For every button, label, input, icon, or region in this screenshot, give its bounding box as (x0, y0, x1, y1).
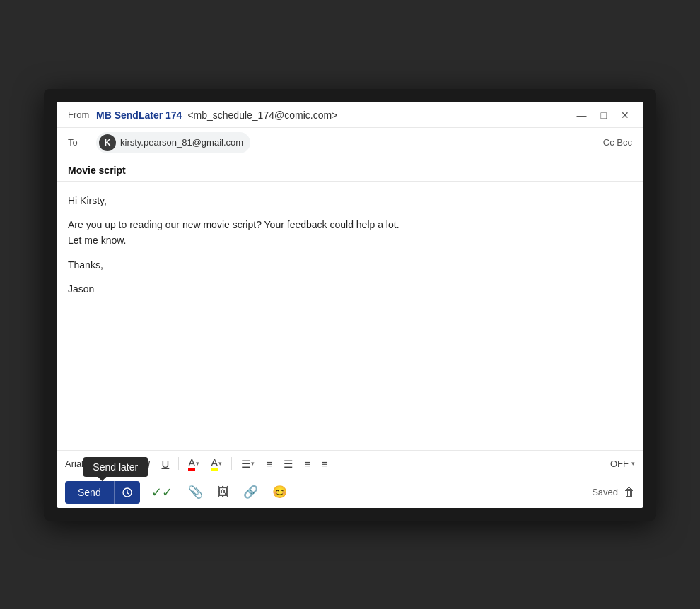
off-label: OFF (610, 459, 629, 469)
indent-increase-button[interactable]: ≡ (318, 456, 332, 471)
email-body[interactable]: Hi Kirsty, Are you up to reading our new… (57, 182, 643, 450)
align-button[interactable]: ☰ ▾ (238, 456, 258, 471)
recipient-chip[interactable]: K kirsty.pearson_81@gmail.com (96, 132, 250, 153)
recipient-avatar: K (99, 134, 116, 151)
off-arrow: ▾ (631, 460, 635, 467)
highlight-button[interactable]: A ▾ (207, 455, 226, 473)
send-later-tooltip: Send later (83, 457, 148, 477)
link-icon: 🔗 (243, 485, 258, 499)
indent-decrease-icon: ≡ (304, 459, 310, 469)
minimize-button[interactable]: — (574, 109, 590, 122)
ordered-list-icon: ≡ (266, 459, 272, 469)
action-toolbar: Send later Send ✓✓ 📎 (57, 477, 643, 508)
underline-button[interactable]: U (158, 456, 173, 471)
sender-email: <mb_schedule_174@comic.com> (187, 110, 337, 121)
to-row: To K kirsty.pearson_81@gmail.com Cc Bcc (57, 127, 643, 158)
align-arrow: ▾ (251, 461, 255, 467)
attachment-icon: 📎 (188, 485, 203, 499)
saved-label: Saved (592, 487, 618, 497)
to-label: To (68, 137, 91, 148)
font-color-arrow: ▾ (196, 461, 199, 467)
image-icon: 🖼 (217, 485, 229, 499)
emoji-button[interactable]: 😊 (268, 482, 291, 502)
from-row: From MB SendLater 174 <mb_schedule_174@c… (68, 110, 574, 121)
subject-text: Movie script (68, 165, 126, 176)
indent-increase-icon: ≡ (322, 459, 328, 469)
close-button[interactable]: ✕ (618, 109, 632, 122)
svg-line-2 (127, 492, 129, 493)
unordered-list-icon: ☰ (284, 459, 293, 469)
body-signature: Jason (68, 281, 632, 297)
subject-row: Movie script (57, 158, 643, 182)
toolbar-separator-3 (231, 457, 232, 470)
send-later-button[interactable] (114, 481, 140, 504)
ordered-list-button[interactable]: ≡ (262, 456, 276, 471)
trash-icon: 🗑 (624, 486, 635, 498)
from-label: From (68, 110, 91, 120)
cc-bcc-button[interactable]: Cc Bcc (603, 137, 632, 148)
send-group: Send later Send (65, 481, 140, 504)
saved-area: Saved 🗑 (592, 486, 635, 499)
link-button[interactable]: 🔗 (239, 482, 262, 502)
check-icon: ✓✓ (151, 485, 173, 499)
check-button[interactable]: ✓✓ (146, 482, 178, 503)
body-paragraph1: Are you up to reading our new movie scri… (68, 217, 632, 249)
image-button[interactable]: 🖼 (213, 483, 233, 502)
title-bar: From MB SendLater 174 <mb_schedule_174@c… (57, 102, 643, 127)
font-color-icon: A (188, 457, 195, 471)
delete-button[interactable]: 🗑 (624, 486, 635, 499)
unordered-list-button[interactable]: ☰ (280, 456, 296, 471)
attachment-button[interactable]: 📎 (184, 482, 207, 502)
font-color-button[interactable]: A ▾ (185, 455, 203, 473)
compose-window: From MB SendLater 174 <mb_schedule_174@c… (57, 102, 643, 508)
align-icon: ☰ (241, 459, 250, 469)
highlight-icon: A (211, 457, 218, 471)
body-greeting: Hi Kirsty, (68, 193, 632, 208)
indent-decrease-button[interactable]: ≡ (301, 456, 314, 471)
window-controls: — □ ✕ (574, 109, 632, 122)
recipient-email: kirsty.pearson_81@gmail.com (120, 137, 243, 148)
body-closing: Thanks, (68, 257, 632, 273)
clock-icon (122, 487, 133, 498)
emoji-icon: 😊 (272, 485, 287, 499)
maximize-button[interactable]: □ (598, 109, 609, 122)
sender-name: MB SendLater 174 (96, 110, 182, 121)
toolbar-separator-2 (178, 457, 179, 470)
off-toggle[interactable]: OFF ▾ (610, 459, 635, 469)
highlight-arrow: ▾ (218, 461, 222, 467)
